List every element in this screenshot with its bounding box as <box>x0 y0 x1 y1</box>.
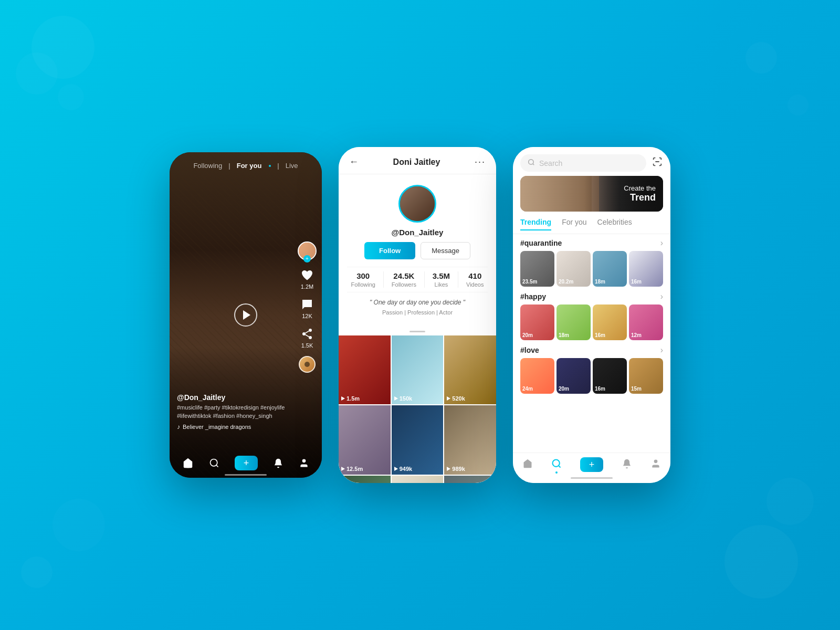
svg-line-15 <box>559 465 561 467</box>
video-cell[interactable]: 840k <box>392 476 444 483</box>
search-bar: Search <box>513 147 670 176</box>
video-cell[interactable]: 520k <box>444 335 496 405</box>
videos-label: Videos <box>466 281 484 288</box>
stat-divider-2 <box>424 271 425 288</box>
trend-thumbnail[interactable]: 18m <box>593 251 627 287</box>
profile-header-name: Doni Jaitley <box>393 158 440 167</box>
share-action[interactable]: 1.5K <box>300 327 314 349</box>
p3-add-button[interactable]: + <box>580 457 603 472</box>
scroll-indicator <box>339 328 496 335</box>
trend-thumbnails: 23.5m20.2m18m16m <box>520 251 663 287</box>
scan-icon[interactable] <box>652 156 663 170</box>
share-count: 1.5K <box>301 342 313 349</box>
banner-create-text: Create the <box>624 184 656 192</box>
svg-line-6 <box>216 465 218 467</box>
stat-divider-3 <box>458 271 458 288</box>
for-you-tab-p3[interactable]: For you <box>562 218 586 230</box>
svg-point-5 <box>211 459 217 466</box>
feed-music: ♪ Believer _imagine dragons <box>177 423 296 430</box>
svg-line-3 <box>306 335 309 337</box>
live-tab[interactable]: Live <box>286 162 298 170</box>
videos-stat: 410 Videos <box>466 271 484 288</box>
search-icon <box>528 159 535 167</box>
feed-actions: 1.2M 12K <box>298 242 317 373</box>
following-tab[interactable]: Following <box>193 162 222 170</box>
trend-thumbnail[interactable]: 18m <box>556 304 591 340</box>
trend-thumbnail[interactable]: 16m <box>593 304 627 340</box>
p3-home-icon[interactable] <box>522 458 533 471</box>
trend-thumbnail[interactable]: 16m <box>593 358 627 394</box>
p3-search-icon[interactable] <box>551 458 562 471</box>
video-view-count: 949k <box>394 466 412 472</box>
play-button[interactable] <box>234 303 257 327</box>
home-nav-icon[interactable] <box>182 457 194 469</box>
trending-tab[interactable]: Trending <box>520 218 551 230</box>
thumb-view-count: 20m <box>559 386 569 392</box>
following-stat: 300 Following <box>351 271 375 288</box>
trend-thumbnail[interactable]: 20.2m <box>556 251 591 287</box>
trending-row-header: #love› <box>520 345 663 355</box>
trend-thumbnail[interactable]: 20m <box>520 304 554 340</box>
add-nav-button[interactable]: + <box>235 456 258 470</box>
notification-nav-icon[interactable] <box>273 458 284 468</box>
thumb-view-count: 20.2m <box>559 279 573 285</box>
video-cell[interactable]: 1.5m <box>339 335 391 405</box>
trending-tabs: Trending For you Celebrities <box>513 216 670 234</box>
video-view-count: 989k <box>447 466 465 472</box>
svg-point-2 <box>309 336 312 339</box>
thumb-view-count: 24m <box>522 386 533 392</box>
trend-arrow-icon[interactable]: › <box>660 345 663 355</box>
svg-point-0 <box>309 329 312 332</box>
comment-action[interactable]: 12K <box>300 297 314 319</box>
back-button[interactable]: ← <box>349 156 359 167</box>
celebrities-tab[interactable]: Celebrities <box>597 218 632 230</box>
trend-hashtag: #quarantine <box>520 239 562 247</box>
svg-line-12 <box>533 164 534 165</box>
p3-profile-icon[interactable] <box>650 458 661 471</box>
video-cell[interactable]: 6.25k <box>444 476 496 483</box>
trend-arrow-icon[interactable]: › <box>660 292 663 301</box>
heart-icon <box>300 268 314 282</box>
search-nav-icon[interactable] <box>209 458 219 468</box>
feed-hashtags: #musiclife #party #tiktokredisign #enjoy… <box>177 404 296 420</box>
likes-stat: 3.5M Likes <box>433 271 450 288</box>
thumb-view-count: 20m <box>522 332 533 338</box>
for-you-tab[interactable]: For you <box>237 162 262 170</box>
trend-thumbnail[interactable]: 20m <box>556 358 591 394</box>
svg-point-16 <box>654 459 658 463</box>
trend-thumbnail[interactable]: 23.5m <box>520 251 554 287</box>
comment-icon <box>300 297 314 312</box>
video-cell[interactable]: 800k <box>339 476 391 483</box>
video-cell[interactable]: 989k <box>444 405 496 475</box>
video-cell[interactable]: 12.5m <box>339 405 391 475</box>
music-note-icon: ♪ <box>177 423 180 430</box>
trend-arrow-icon[interactable]: › <box>660 238 663 248</box>
trend-thumbnail[interactable]: 16m <box>629 251 663 287</box>
bio-quote: " One day or day one you decide " <box>370 298 465 307</box>
avatar-image <box>400 186 435 221</box>
create-trend-banner[interactable]: Create the Trend <box>520 176 663 212</box>
video-grid: 1.5m150k520k12.5m949k989k800k840k6.25k <box>339 335 496 484</box>
search-input-wrapper[interactable]: Search <box>520 154 646 172</box>
message-button[interactable]: Message <box>421 242 470 259</box>
banner-trend-text: Trend <box>624 192 656 203</box>
video-cell[interactable]: 150k <box>392 335 444 405</box>
like-action[interactable]: 1.2M <box>300 268 314 290</box>
profile-nav-icon[interactable] <box>299 458 309 468</box>
trend-thumbnail[interactable]: 15m <box>629 358 663 394</box>
trend-thumbnail[interactable]: 12m <box>629 304 663 340</box>
trending-row: #happy›20m18m16m12m <box>520 292 663 340</box>
creator-avatar[interactable] <box>298 242 317 260</box>
p3-notif-icon[interactable] <box>622 458 632 471</box>
trend-thumbnail[interactable]: 24m <box>520 358 554 394</box>
feed-bottom-nav: + <box>170 456 322 470</box>
video-view-count: 1.5m <box>341 395 360 402</box>
video-cell[interactable]: 949k <box>392 405 444 475</box>
likes-label: Likes <box>435 281 448 288</box>
more-menu-button[interactable]: ··· <box>475 156 486 167</box>
video-view-count: 150k <box>394 395 412 402</box>
thumb-view-count: 16m <box>595 386 605 392</box>
follow-button[interactable]: Follow <box>364 242 415 259</box>
tab-dot <box>269 165 271 167</box>
svg-point-7 <box>302 459 306 463</box>
